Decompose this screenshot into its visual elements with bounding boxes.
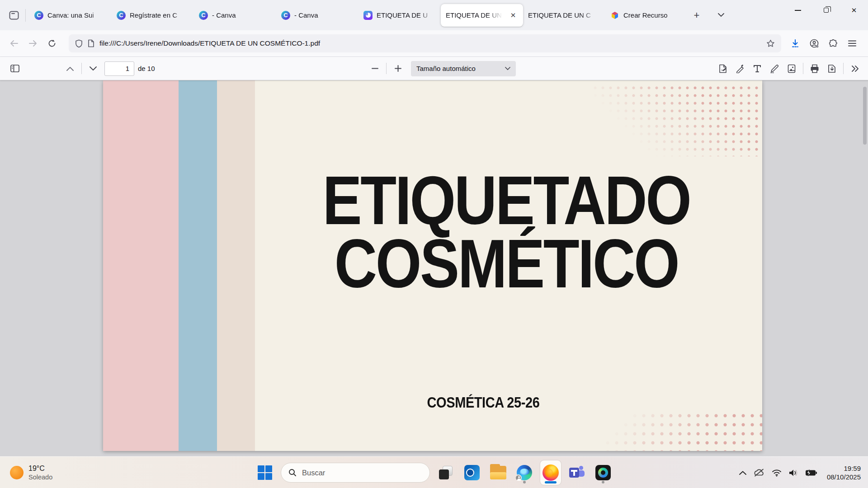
double-chevron-icon — [851, 66, 859, 72]
scrollbar-thumb[interactable] — [863, 87, 867, 145]
tab-label: Canva: una Sui — [47, 11, 107, 19]
battery-charging-icon[interactable] — [805, 469, 817, 476]
teams-app-button[interactable] — [566, 460, 587, 485]
back-button[interactable] — [5, 34, 24, 52]
more-tools-button[interactable] — [846, 61, 863, 77]
tab-canva-registrate[interactable]: C Regístrate en C — [112, 4, 194, 27]
firefox-app-button[interactable] — [540, 460, 561, 485]
menu-button[interactable] — [843, 34, 862, 52]
save-button[interactable] — [823, 61, 840, 77]
minimize-icon — [795, 10, 801, 11]
taskbar-search[interactable] — [281, 463, 430, 483]
tab-canva-2[interactable]: C - Canva — [276, 4, 359, 27]
add-text-button[interactable] — [749, 61, 766, 77]
search-input[interactable] — [302, 469, 401, 477]
chevron-down-icon — [718, 13, 724, 17]
zoom-level-value: Tamaño automático — [416, 65, 476, 72]
zoom-in-button[interactable] — [389, 61, 406, 77]
tabbar-separator — [25, 9, 26, 22]
hamburger-icon — [848, 40, 856, 47]
url-text: file:///C:/Users/Irene/Downloads/ETIQUET… — [99, 39, 761, 47]
window-controls: ✕ — [784, 0, 868, 20]
search-icon — [288, 469, 297, 477]
puzzle-icon — [829, 39, 838, 48]
tab-label: ETIQUETA DE UN — [446, 11, 504, 19]
slide-title: ETIQUETADO COSMÉTICO — [290, 169, 722, 296]
edge-icon — [517, 465, 532, 480]
list-all-tabs-button[interactable] — [712, 7, 730, 24]
url-bar[interactable]: file:///C:/Users/Irene/Downloads/ETIQUET… — [69, 34, 781, 52]
firefox-view-button[interactable] — [5, 6, 24, 24]
edge-app-button[interactable] — [514, 460, 535, 485]
edit-signature-button[interactable] — [714, 61, 731, 77]
sun-icon — [10, 466, 24, 479]
tab-etiqueta-pdf-active[interactable]: ETIQUETA DE UN ✕ — [441, 4, 523, 27]
taskbar-weather-widget[interactable]: 19°C Soleado — [10, 457, 52, 488]
restore-icon — [824, 8, 829, 13]
page-number-input[interactable] — [104, 61, 134, 76]
decorative-stripe-blue — [179, 80, 217, 451]
volume-icon[interactable] — [788, 469, 798, 477]
new-tab-button[interactable]: + — [688, 7, 706, 24]
printer-icon — [810, 64, 819, 73]
add-image-button[interactable] — [783, 61, 800, 77]
tab-label: Regístrate en C — [130, 11, 189, 19]
chevron-down-icon — [505, 67, 510, 70]
file-explorer-button[interactable] — [488, 460, 509, 485]
tab-etiqueta-presentation[interactable]: ETIQUETA DE U — [359, 4, 441, 27]
forward-button[interactable] — [24, 34, 42, 52]
close-window-button[interactable]: ✕ — [840, 0, 868, 20]
canva-icon: C — [34, 11, 43, 20]
start-button[interactable] — [255, 460, 275, 485]
webex-app-button[interactable] — [593, 460, 613, 485]
presentation-icon — [363, 11, 373, 20]
shield-icon — [75, 39, 83, 48]
tab-label: - Canva — [294, 11, 354, 19]
zoom-out-button[interactable] — [366, 61, 383, 77]
active-app-indicator — [545, 481, 557, 483]
download-icon — [791, 39, 799, 48]
draw-button[interactable] — [766, 61, 783, 77]
running-indicator — [602, 481, 604, 483]
previous-page-button[interactable] — [61, 61, 79, 77]
restore-button[interactable] — [812, 0, 840, 20]
save-download-icon — [828, 64, 836, 73]
tab-canva-1[interactable]: C - Canva — [194, 4, 276, 27]
plus-icon — [395, 65, 401, 72]
tab-label: ETIQUETA DE U — [377, 11, 436, 19]
tray-chevron-up-icon[interactable] — [739, 471, 746, 475]
tab-crear-recurso[interactable]: Crear Recurso — [605, 4, 688, 27]
task-view-button[interactable] — [435, 460, 456, 485]
outlook-icon — [464, 465, 480, 480]
bookmark-star-icon[interactable] — [766, 39, 775, 47]
sidebar-icon — [10, 65, 19, 72]
minimize-button[interactable] — [784, 0, 812, 20]
decorative-stripe-pink — [103, 80, 179, 451]
account-icon — [810, 39, 819, 48]
slide-subtitle: COSMÉTICA 25-26 — [283, 394, 684, 411]
pdf-tools — [714, 61, 863, 77]
onedrive-paused-icon[interactable] — [753, 469, 765, 477]
text-icon — [753, 65, 761, 73]
downloads-button[interactable] — [786, 34, 805, 52]
outlook-app-button[interactable] — [462, 460, 482, 485]
tab-etiqueta-pdf-2[interactable]: ETIQUETA DE UN C — [523, 4, 605, 27]
print-button[interactable] — [806, 61, 823, 77]
extensions-button[interactable] — [824, 34, 843, 52]
reload-button[interactable] — [42, 34, 61, 52]
separator — [843, 63, 844, 74]
tab-canva-suite[interactable]: C Canva: una Sui — [29, 4, 112, 27]
taskbar-clock[interactable]: 19:59 08/10/2025 — [827, 464, 861, 481]
toggle-sidebar-button[interactable] — [6, 61, 24, 77]
highlight-button[interactable] — [731, 61, 749, 77]
account-button[interactable] — [805, 34, 824, 52]
zoom-level-select[interactable]: Tamaño automático — [411, 61, 516, 76]
firefox-view-icon — [9, 11, 19, 20]
decorative-stripe-beige — [217, 80, 255, 451]
webex-icon — [595, 465, 611, 480]
close-tab-icon[interactable]: ✕ — [508, 10, 518, 20]
next-page-button[interactable] — [85, 61, 102, 77]
genially-cube-icon — [610, 11, 619, 20]
wifi-icon[interactable] — [772, 469, 782, 477]
clock-date: 08/10/2025 — [827, 473, 861, 481]
